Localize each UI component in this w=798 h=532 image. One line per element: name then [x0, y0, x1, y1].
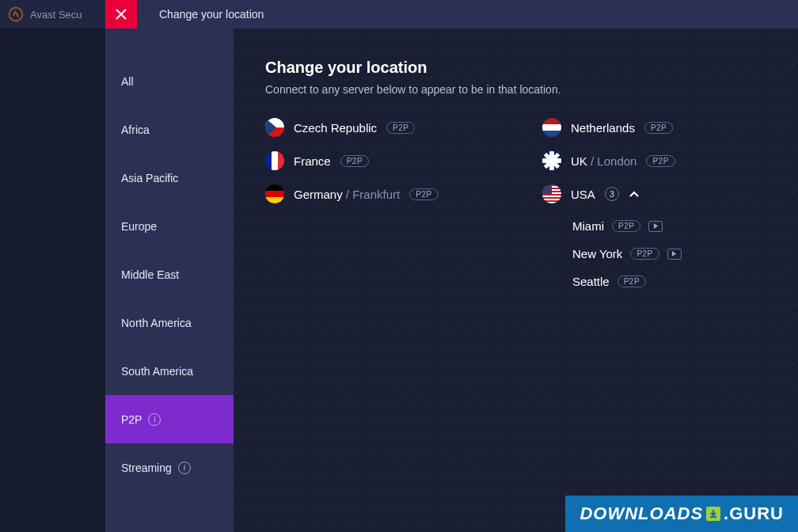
flag-france-icon [265, 151, 284, 170]
p2p-badge: P2P [409, 188, 438, 200]
sidebar-item-label: North America [121, 317, 192, 329]
left-background-strip [0, 28, 105, 532]
sidebar-item-europe[interactable]: Europe [105, 202, 234, 250]
sidebar: All Africa Asia Pacific Europe Middle Ea… [105, 28, 234, 532]
location-columns: Czech Republic P2P France P2P Germany / … [265, 118, 766, 288]
locations-left-column: Czech Republic P2P France P2P Germany / … [265, 118, 487, 288]
sidebar-item-label: Europe [121, 220, 157, 233]
sidebar-item-label: All [121, 75, 134, 88]
watermark: DOWNLOADS .GURU [565, 496, 798, 532]
close-icon [116, 9, 127, 20]
sidebar-item-south-america[interactable]: South America [105, 347, 234, 395]
p2p-badge: P2P [646, 155, 674, 167]
panel-header-title: Change your location [159, 8, 264, 21]
flag-usa-icon [542, 184, 561, 203]
info-icon[interactable]: i [148, 413, 161, 426]
flag-czech-icon [265, 118, 284, 137]
p2p-badge: P2P [630, 248, 659, 260]
info-icon[interactable]: i [178, 462, 191, 474]
location-usa-seattle[interactable]: Seattle P2P [572, 275, 764, 288]
close-button[interactable] [105, 0, 137, 28]
location-name: Czech Republic [294, 121, 377, 135]
location-usa-miami[interactable]: Miami P2P [572, 219, 764, 233]
p2p-badge: P2P [644, 122, 673, 134]
sidebar-item-label: Middle East [121, 268, 179, 281]
location-usa[interactable]: USA 3 [542, 184, 764, 203]
panel-header: Change your location [137, 0, 798, 28]
locations-right-column: Netherlands P2P UK / London P2P USA 3 Mi [542, 118, 764, 288]
download-icon [706, 507, 720, 521]
page-title: Change your location [265, 59, 766, 77]
sidebar-item-middle-east[interactable]: Middle East [105, 250, 234, 298]
app-title: Avast Secu [30, 9, 82, 21]
usa-city-list: Miami P2P New York P2P Seattle P2P [572, 219, 764, 288]
play-icon [671, 251, 677, 256]
sidebar-item-label: South America [121, 365, 193, 378]
flag-uk-icon [542, 151, 561, 170]
location-name: UK [571, 154, 587, 168]
page-subtitle: Connect to any server below to appear to… [265, 83, 766, 96]
sidebar-item-label: Streaming [121, 462, 172, 474]
p2p-badge: P2P [340, 155, 369, 167]
sidebar-item-all[interactable]: All [105, 57, 234, 105]
city-name: Miami [572, 219, 604, 233]
p2p-badge: P2P [618, 276, 646, 287]
play-icon [653, 223, 659, 229]
location-germany[interactable]: Germany / Frankfurt P2P [265, 184, 487, 203]
sidebar-item-p2p[interactable]: P2Pi [105, 395, 234, 443]
location-usa-new-york[interactable]: New York P2P [572, 247, 764, 260]
sidebar-item-label: Africa [121, 124, 150, 136]
streaming-badge [648, 221, 663, 232]
city-name: New York [572, 247, 622, 260]
flag-germany-icon [265, 184, 284, 203]
location-uk[interactable]: UK / London P2P [542, 151, 764, 170]
location-netherlands[interactable]: Netherlands P2P [542, 118, 764, 137]
sidebar-item-label: Asia Pacific [121, 172, 178, 184]
watermark-right: .GURU [724, 504, 784, 524]
p2p-badge: P2P [612, 220, 640, 232]
location-name: France [294, 154, 331, 168]
sidebar-item-north-america[interactable]: North America [105, 298, 234, 347]
p2p-badge: P2P [386, 122, 415, 134]
svg-point-0 [10, 8, 23, 21]
main-content: Change your location Connect to any serv… [234, 28, 798, 532]
sidebar-item-streaming[interactable]: Streamingi [105, 443, 234, 492]
sidebar-item-africa[interactable]: Africa [105, 105, 234, 154]
streaming-badge [667, 249, 682, 260]
location-name: USA [571, 188, 595, 201]
app-logo-icon [8, 6, 24, 22]
watermark-left: DOWNLOADS [580, 504, 703, 524]
city-name: Seattle [572, 275, 610, 288]
chevron-up-icon [629, 188, 640, 200]
location-czech-republic[interactable]: Czech Republic P2P [265, 118, 487, 137]
location-france[interactable]: France P2P [265, 151, 487, 170]
sidebar-item-label: P2P [121, 413, 142, 426]
location-name: Netherlands [571, 121, 635, 135]
location-city: / Frankfurt [346, 188, 400, 201]
location-name: Germany [294, 188, 343, 201]
server-count-badge: 3 [605, 187, 619, 201]
location-city: / London [591, 154, 636, 168]
flag-netherlands-icon [542, 118, 561, 137]
sidebar-item-asia-pacific[interactable]: Asia Pacific [105, 154, 234, 202]
